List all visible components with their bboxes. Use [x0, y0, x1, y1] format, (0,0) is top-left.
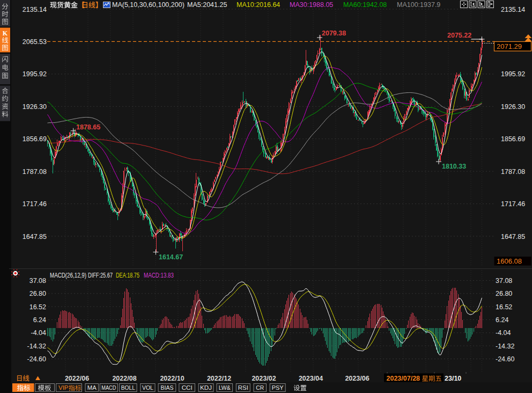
svg-text:37.08: 37.08	[29, 277, 46, 285]
svg-text:1787.08: 1787.08	[23, 168, 47, 176]
svg-text:1995.92: 1995.92	[501, 70, 525, 78]
svg-text:1926.30: 1926.30	[501, 103, 525, 111]
svg-text:DIFF:25.67: DIFF:25.67	[88, 272, 113, 279]
svg-text:2022/10: 2022/10	[160, 375, 184, 382]
svg-text:1810.33: 1810.33	[442, 163, 466, 170]
svg-text:MACD(26,12,9): MACD(26,12,9)	[50, 272, 86, 279]
svg-text:2022/08: 2022/08	[112, 375, 136, 382]
svg-text:2135.14: 2135.14	[501, 6, 525, 13]
svg-text:1856.69: 1856.69	[23, 135, 47, 143]
svg-text:RSI: RSI	[238, 384, 248, 391]
svg-text:16.52: 16.52	[496, 303, 512, 311]
svg-text:MA60:1942.08: MA60:1942.08	[343, 1, 387, 9]
svg-text:1717.46: 1717.46	[501, 200, 525, 208]
svg-text:23/10: 23/10	[445, 375, 461, 382]
svg-text:-24.60: -24.60	[27, 355, 46, 363]
svg-text:1614.67: 1614.67	[159, 253, 183, 261]
svg-text:MA10:2016.64: MA10:2016.64	[237, 1, 280, 9]
svg-text:26.80: 26.80	[496, 290, 512, 297]
svg-text:1787.08: 1787.08	[501, 168, 525, 176]
svg-text:KDJ: KDJ	[200, 384, 212, 391]
svg-text:2079.38: 2079.38	[322, 30, 346, 37]
svg-text:2022/12: 2022/12	[207, 375, 231, 382]
svg-text:6.24: 6.24	[33, 316, 46, 324]
svg-text:1647.85: 1647.85	[501, 233, 525, 241]
svg-text:MA100:1937.9: MA100:1937.9	[397, 1, 440, 9]
svg-text:2023/02: 2023/02	[252, 375, 276, 382]
svg-text:CR: CR	[256, 384, 264, 391]
svg-text:-14.32: -14.32	[27, 343, 46, 350]
svg-text:MA5:2041.25: MA5:2041.25	[187, 1, 227, 9]
svg-text:-4.04: -4.04	[496, 329, 511, 337]
svg-text:2022/06: 2022/06	[65, 375, 89, 382]
svg-text:1606.08: 1606.08	[497, 257, 522, 265]
svg-text:DEA:18.75: DEA:18.75	[116, 272, 139, 279]
svg-text:-4.04: -4.04	[31, 329, 47, 337]
svg-text:LW&: LW&	[219, 384, 231, 391]
svg-text:6.24: 6.24	[496, 316, 508, 324]
svg-text:2065.53: 2065.53	[23, 38, 47, 46]
svg-text:K: K	[3, 30, 8, 37]
svg-text:MA(5,10,30,60,100,200): MA(5,10,30,60,100,200)	[112, 1, 184, 9]
svg-text:1995.92: 1995.92	[23, 70, 47, 78]
svg-text:37.08: 37.08	[496, 277, 512, 285]
svg-text:2071.29: 2071.29	[497, 42, 522, 50]
svg-text:MACD:13.83: MACD:13.83	[144, 272, 174, 279]
svg-text:2135.14: 2135.14	[23, 6, 47, 13]
svg-text:MACD: MACD	[101, 384, 116, 391]
svg-text:2023/06: 2023/06	[345, 375, 369, 382]
svg-text:16.52: 16.52	[29, 303, 46, 311]
svg-text:1647.85: 1647.85	[23, 233, 47, 241]
svg-text:1856.69: 1856.69	[501, 135, 525, 143]
svg-text:2023/04: 2023/04	[299, 375, 323, 382]
svg-text:CCI: CCI	[182, 384, 193, 391]
svg-text:1878.65: 1878.65	[76, 123, 100, 131]
svg-text:PSY: PSY	[272, 384, 284, 391]
svg-text:BIAS: BIAS	[160, 384, 173, 391]
svg-text:VIP: VIP	[58, 384, 69, 391]
svg-text:1926.30: 1926.30	[23, 103, 47, 111]
svg-text:2075.22: 2075.22	[447, 32, 471, 39]
svg-text:VOL: VOL	[142, 384, 154, 391]
svg-text:26.80: 26.80	[29, 290, 46, 297]
svg-text:BOLL: BOLL	[121, 384, 136, 391]
svg-text:-14.32: -14.32	[496, 343, 514, 350]
svg-text:MA30:1988.05: MA30:1988.05	[290, 1, 333, 9]
svg-text:-24.60: -24.60	[496, 355, 514, 363]
svg-text:MA: MA	[87, 384, 97, 391]
svg-text:1717.46: 1717.46	[23, 200, 47, 208]
svg-text:2023/07/28: 2023/07/28	[387, 375, 420, 382]
